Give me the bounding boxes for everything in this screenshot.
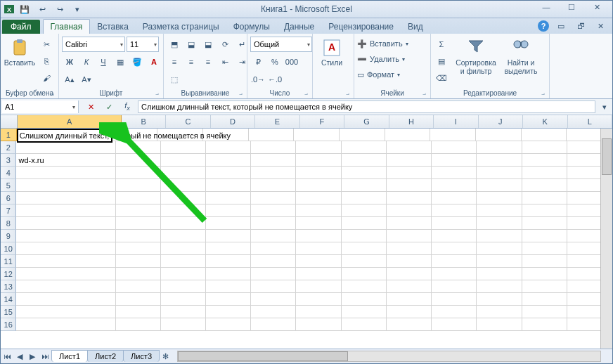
sheet-nav-last-icon[interactable]: ⏭ <box>39 352 51 360</box>
redo-icon[interactable]: ↪ <box>52 1 67 17</box>
row-header-5[interactable]: 5 <box>1 179 16 192</box>
cell-A15[interactable] <box>16 306 115 318</box>
tab-review[interactable]: Рецензирование <box>321 20 401 34</box>
cell-D6[interactable] <box>206 192 251 204</box>
cell-F8[interactable] <box>296 217 341 230</box>
cell-C7[interactable] <box>161 204 206 217</box>
col-header-J[interactable]: J <box>479 115 523 128</box>
cell-J14[interactable] <box>477 293 522 306</box>
cell-H7[interactable] <box>387 204 432 217</box>
cell-J10[interactable] <box>477 242 522 255</box>
cell-K14[interactable] <box>522 293 567 306</box>
sheet-tab-1[interactable]: Лист1 <box>51 350 88 362</box>
help-icon[interactable]: ? <box>538 20 549 32</box>
cell-E12[interactable] <box>251 268 296 280</box>
cell-E4[interactable] <box>251 167 296 179</box>
cell-A10[interactable] <box>16 242 115 255</box>
cell-C14[interactable] <box>161 293 206 306</box>
cell-C5[interactable] <box>161 179 206 192</box>
sheet-tab-3[interactable]: Лист3 <box>123 350 160 362</box>
cell-C8[interactable] <box>161 217 206 230</box>
cell-C10[interactable] <box>161 242 206 255</box>
cell-A11[interactable] <box>16 255 115 268</box>
grow-font-icon[interactable]: A▴ <box>62 72 77 87</box>
cell-K8[interactable] <box>522 217 567 230</box>
cell-E3[interactable] <box>251 154 296 167</box>
cell-K2[interactable] <box>522 141 567 154</box>
tab-data[interactable]: Данные <box>277 20 321 34</box>
cell-C15[interactable] <box>161 306 206 318</box>
cell-I14[interactable] <box>432 293 477 306</box>
cell-B10[interactable] <box>116 242 161 255</box>
cell-H16[interactable] <box>387 318 432 331</box>
row-header-7[interactable]: 7 <box>1 204 16 217</box>
cell-E8[interactable] <box>251 217 296 230</box>
col-header-A[interactable]: A <box>18 115 121 128</box>
close-button[interactable]: ✕ <box>587 1 607 13</box>
cell-K4[interactable] <box>522 167 567 179</box>
cell-G11[interactable] <box>342 255 387 268</box>
cell-A4[interactable] <box>16 167 115 179</box>
cell-H8[interactable] <box>387 217 432 230</box>
cell-K12[interactable] <box>522 268 567 280</box>
cell-J8[interactable] <box>477 217 522 230</box>
cell-I13[interactable] <box>432 280 477 293</box>
row-header-10[interactable]: 10 <box>1 242 16 255</box>
cell-E14[interactable] <box>251 293 296 306</box>
cell-J3[interactable] <box>477 154 522 167</box>
sheet-nav-next-icon[interactable]: ▶ <box>26 352 39 361</box>
row-header-4[interactable]: 4 <box>1 167 16 179</box>
cell-F9[interactable] <box>296 230 341 242</box>
cell-F2[interactable] <box>296 141 341 154</box>
cell-G2[interactable] <box>342 141 387 154</box>
cell-E10[interactable] <box>251 242 296 255</box>
cell-K9[interactable] <box>522 230 567 242</box>
cell-F4[interactable] <box>296 167 341 179</box>
tab-insert[interactable]: Вставка <box>90 20 136 34</box>
cell-B7[interactable] <box>116 204 161 217</box>
cell-I5[interactable] <box>432 179 477 192</box>
sheet-nav-prev-icon[interactable]: ◀ <box>13 352 26 361</box>
cell-A14[interactable] <box>16 293 115 306</box>
sort-filter-button[interactable]: Сортировка и фильтр <box>455 37 497 77</box>
decrease-indent-icon[interactable]: ⇤ <box>217 54 233 70</box>
minimize-button[interactable]: — <box>536 1 556 13</box>
cell-G5[interactable] <box>342 179 387 192</box>
col-header-C[interactable]: C <box>166 115 210 128</box>
cell-A5[interactable] <box>16 179 115 192</box>
format-painter-icon[interactable]: 🖌 <box>39 70 54 86</box>
cell-C11[interactable] <box>161 255 206 268</box>
cell-H3[interactable] <box>387 154 432 167</box>
cell-H5[interactable] <box>387 179 432 192</box>
cell-I6[interactable] <box>432 192 477 204</box>
cell-H15[interactable] <box>387 306 432 318</box>
cell-D11[interactable] <box>206 255 251 268</box>
cell-G12[interactable] <box>342 268 387 280</box>
row-header-9[interactable]: 9 <box>1 230 16 242</box>
cell-A1[interactable]: Слишком длинный текст, который не помеща… <box>17 129 112 143</box>
cell-I15[interactable] <box>432 306 477 318</box>
number-format-select[interactable]: Общий <box>250 37 312 52</box>
fx-icon[interactable]: fx <box>120 99 135 115</box>
align-center-icon[interactable]: ≡ <box>183 54 199 70</box>
find-select-button[interactable]: Найти и выделить <box>500 37 542 77</box>
cell-B15[interactable] <box>116 306 161 318</box>
col-header-E[interactable]: E <box>255 115 299 128</box>
increase-decimal-icon[interactable]: .0→ <box>250 72 266 87</box>
cell-H13[interactable] <box>387 280 432 293</box>
cell-B5[interactable] <box>116 179 161 192</box>
cell-A16[interactable] <box>16 318 115 331</box>
save-icon[interactable]: 💾 <box>17 1 32 17</box>
cell-C3[interactable] <box>161 154 206 167</box>
cell-E6[interactable] <box>251 192 296 204</box>
cell-K3[interactable] <box>522 154 567 167</box>
cell-F11[interactable] <box>296 255 341 268</box>
cell-C6[interactable] <box>161 192 206 204</box>
underline-button[interactable]: Ч <box>96 54 111 70</box>
border-button[interactable]: ▦ <box>112 54 128 70</box>
cell-K15[interactable] <box>522 306 567 318</box>
cell-A3[interactable]: wd-x.ru <box>16 154 115 167</box>
cell-B6[interactable] <box>116 192 161 204</box>
file-tab[interactable]: Файл <box>2 20 40 34</box>
row-header-16[interactable]: 16 <box>1 318 16 331</box>
